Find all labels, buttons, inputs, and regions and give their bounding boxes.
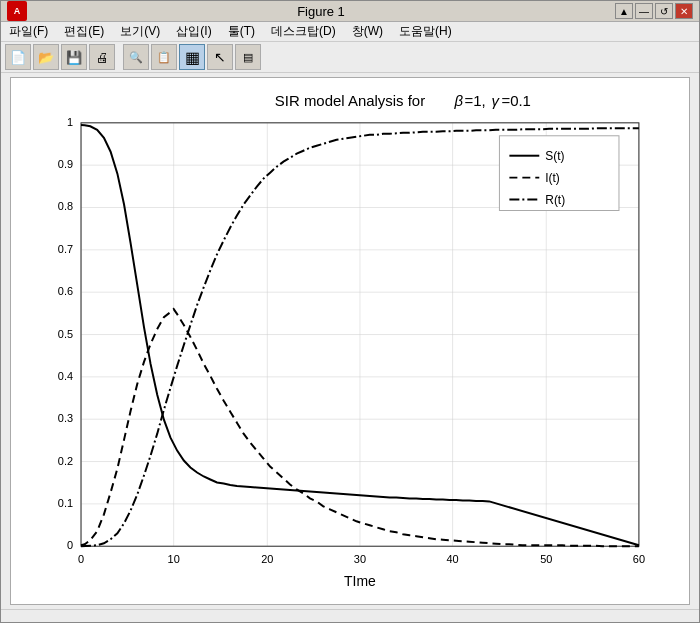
svg-text:60: 60: [633, 553, 645, 565]
svg-text:=0.1: =0.1: [501, 92, 531, 109]
svg-text:β: β: [454, 92, 464, 109]
menu-window[interactable]: 창(W): [348, 22, 387, 41]
plot-area: SIR model Analysis for β =1, γ =0.1: [1, 73, 699, 609]
minimize-button[interactable]: ▲: [615, 3, 633, 19]
menu-insert[interactable]: 삽입(I): [172, 22, 215, 41]
svg-text:30: 30: [354, 553, 366, 565]
title-bar-controls: ▲ — ↺ ✕: [615, 3, 693, 19]
figure-window: A Figure 1 ▲ — ↺ ✕ 파일(F) 편집(E) 보기(V) 삽입(…: [0, 0, 700, 623]
legend-r-label: R(t): [545, 193, 565, 207]
zoom-in-button[interactable]: 🔍: [123, 44, 149, 70]
matlab-logo: A: [7, 1, 27, 21]
menu-desktop[interactable]: 데스크탑(D): [267, 22, 340, 41]
svg-text:0.4: 0.4: [58, 370, 73, 382]
svg-text:0.5: 0.5: [58, 328, 73, 340]
plot-svg: SIR model Analysis for β =1, γ =0.1: [11, 78, 689, 604]
figure-box: SIR model Analysis for β =1, γ =0.1: [10, 77, 690, 605]
title-bar: A Figure 1 ▲ — ↺ ✕: [1, 1, 699, 22]
svg-text:0: 0: [78, 553, 84, 565]
svg-text:0.1: 0.1: [58, 497, 73, 509]
open-button[interactable]: 📂: [33, 44, 59, 70]
svg-text:γ: γ: [491, 92, 500, 109]
status-bar: [1, 609, 699, 622]
svg-text:0.3: 0.3: [58, 412, 73, 424]
title-bar-left: A: [7, 1, 27, 21]
menu-help[interactable]: 도움말(H): [395, 22, 456, 41]
toolbar: 📄 📂 💾 🖨 🔍 📋 ▦ ↖ ▤: [1, 42, 699, 73]
edit-plot-button[interactable]: 📋: [151, 44, 177, 70]
close-button[interactable]: ✕: [675, 3, 693, 19]
svg-text:1: 1: [67, 116, 73, 128]
svg-text:0.6: 0.6: [58, 285, 73, 297]
brush-button[interactable]: ▤: [235, 44, 261, 70]
svg-text:20: 20: [261, 553, 273, 565]
print-button[interactable]: 🖨: [89, 44, 115, 70]
menu-view[interactable]: 보기(V): [116, 22, 164, 41]
new-figure-button[interactable]: 📄: [5, 44, 31, 70]
select-button[interactable]: ▦: [179, 44, 205, 70]
xlabel: TIme: [344, 573, 376, 589]
svg-text:0.8: 0.8: [58, 200, 73, 212]
legend-i-label: I(t): [545, 171, 560, 185]
restore-button[interactable]: ↺: [655, 3, 673, 19]
svg-text:0.9: 0.9: [58, 158, 73, 170]
ytick-0: 0: [67, 539, 73, 551]
svg-text:50: 50: [540, 553, 552, 565]
svg-text:0.7: 0.7: [58, 243, 73, 255]
cursor-button[interactable]: ↖: [207, 44, 233, 70]
save-button[interactable]: 💾: [61, 44, 87, 70]
menu-bar: 파일(F) 편집(E) 보기(V) 삽입(I) 툴(T) 데스크탑(D) 창(W…: [1, 22, 699, 42]
svg-text:40: 40: [447, 553, 459, 565]
menu-edit[interactable]: 편집(E): [60, 22, 108, 41]
svg-text:0.2: 0.2: [58, 455, 73, 467]
svg-text:10: 10: [168, 553, 180, 565]
plot-title: SIR model Analysis for: [275, 92, 425, 109]
menu-tools[interactable]: 툴(T): [224, 22, 259, 41]
svg-text:=1,: =1,: [465, 92, 486, 109]
maximize-button[interactable]: —: [635, 3, 653, 19]
window-title: Figure 1: [27, 4, 615, 19]
legend-s-label: S(t): [545, 149, 564, 163]
menu-file[interactable]: 파일(F): [5, 22, 52, 41]
separator-1: [117, 44, 121, 70]
